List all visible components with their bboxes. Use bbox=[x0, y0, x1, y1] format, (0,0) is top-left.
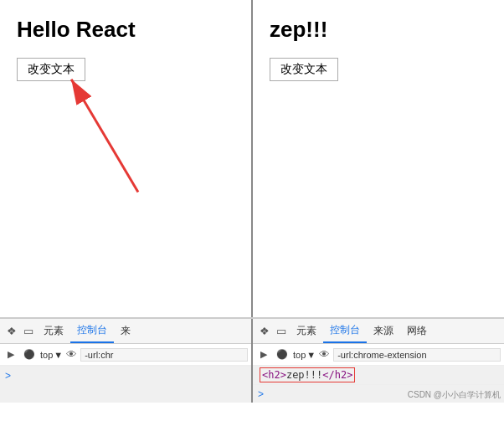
left-change-button[interactable]: 改变文本 bbox=[17, 58, 85, 81]
url-right: -url:chrome-extension bbox=[333, 348, 501, 362]
top-dropdown-left[interactable]: top ▼ bbox=[40, 350, 63, 360]
mobile-icon[interactable]: ▭ bbox=[20, 323, 37, 340]
block-icon[interactable]: ⚫ bbox=[22, 347, 37, 362]
tab-console-left[interactable]: 控制台 bbox=[70, 319, 114, 343]
prompt-arrow-right: > bbox=[258, 388, 264, 400]
play-icon[interactable]: ▶ bbox=[3, 347, 18, 362]
right-change-button[interactable]: 改变文本 bbox=[270, 58, 338, 81]
play-icon-right[interactable]: ▶ bbox=[256, 347, 271, 362]
devtools-left-panel: ❖ ▭ 元素 控制台 来 ▶ ⚫ top ▼ 👁 -url:chr > bbox=[0, 319, 253, 403]
arrow-decoration bbox=[0, 0, 251, 317]
code-open-tag: <h2> bbox=[262, 369, 286, 381]
dropdown-arrow-left: ▼ bbox=[54, 350, 63, 360]
watermark: CSDN @小小白学计算机 bbox=[408, 389, 501, 401]
prompt-arrow-left: > bbox=[5, 370, 11, 382]
devtools-right-tabs: ❖ ▭ 元素 控制台 来源 网络 bbox=[253, 319, 504, 344]
devtools-bar: ❖ ▭ 元素 控制台 来 ▶ ⚫ top ▼ 👁 -url:chr > ❖ ▭ … bbox=[0, 318, 504, 403]
top-label-right: top bbox=[293, 350, 306, 360]
left-panel-title: Hello React bbox=[17, 17, 234, 43]
devtools-right-panel: ❖ ▭ 元素 控制台 来源 网络 ▶ ⚫ top ▼ 👁 -url:chrome… bbox=[253, 319, 504, 403]
tab-sources-left[interactable]: 来 bbox=[114, 319, 137, 343]
cursor-icon[interactable]: ❖ bbox=[3, 323, 20, 340]
right-panel-title: zep!!! bbox=[270, 17, 487, 43]
code-close-tag: </h2> bbox=[322, 369, 352, 381]
svg-line-1 bbox=[71, 80, 138, 192]
code-highlight-box: <h2>zep!!!</h2> bbox=[260, 367, 355, 382]
tab-elements-right[interactable]: 元素 bbox=[290, 319, 323, 343]
devtools-left-toolbar: ▶ ⚫ top ▼ 👁 -url:chr bbox=[0, 344, 251, 366]
url-left: -url:chr bbox=[80, 348, 248, 362]
cursor-icon-right[interactable]: ❖ bbox=[256, 323, 273, 340]
dropdown-arrow-right: ▼ bbox=[306, 350, 316, 360]
mobile-icon-right[interactable]: ▭ bbox=[273, 323, 290, 340]
top-label-left: top bbox=[40, 350, 53, 360]
devtools-code-line: <h2>zep!!!</h2> bbox=[253, 366, 504, 384]
tab-elements-left[interactable]: 元素 bbox=[37, 319, 70, 343]
eye-icon-left[interactable]: 👁 bbox=[66, 348, 77, 361]
tab-network-right[interactable]: 网络 bbox=[400, 319, 434, 343]
code-text: zep!!! bbox=[286, 369, 322, 381]
devtools-right-toolbar: ▶ ⚫ top ▼ 👁 -url:chrome-extension bbox=[253, 344, 504, 366]
devtools-left-prompt: > bbox=[0, 366, 251, 384]
eye-icon-right[interactable]: 👁 bbox=[319, 348, 330, 361]
tab-sources-right[interactable]: 来源 bbox=[367, 319, 400, 343]
tab-console-right[interactable]: 控制台 bbox=[323, 319, 367, 343]
top-dropdown-right[interactable]: top ▼ bbox=[293, 350, 316, 360]
left-panel: Hello React 改变文本 bbox=[0, 0, 253, 317]
main-content: Hello React 改变文本 zep!!! 改变文本 bbox=[0, 0, 504, 318]
right-panel: zep!!! 改变文本 bbox=[253, 0, 504, 317]
devtools-left-tabs: ❖ ▭ 元素 控制台 来 bbox=[0, 319, 251, 344]
block-icon-right[interactable]: ⚫ bbox=[275, 347, 290, 362]
